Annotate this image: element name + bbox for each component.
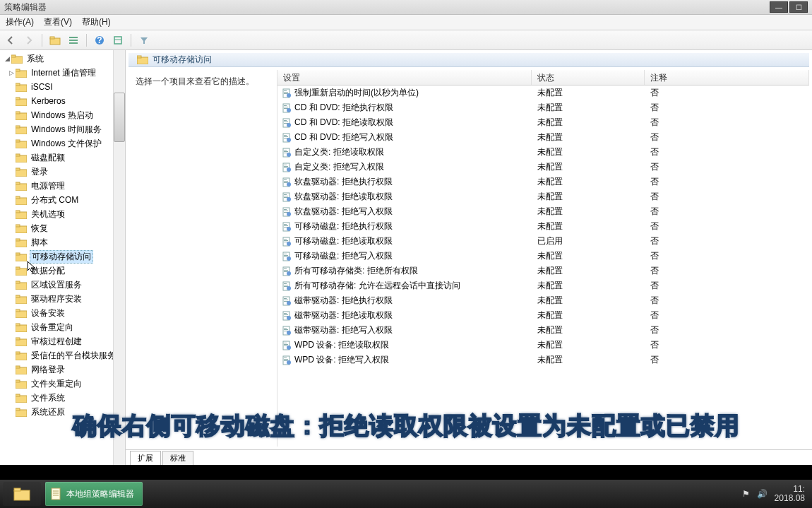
tray-flag-icon[interactable]: ⚑ xyxy=(742,489,750,499)
taskbar-app-gpedit[interactable]: 本地组策略编辑器 xyxy=(45,482,143,506)
tray-volume-icon[interactable]: 🔊 xyxy=(757,489,768,499)
svg-rect-60 xyxy=(16,408,20,410)
folder-icon xyxy=(16,266,27,276)
tree-item[interactable]: 驱动程序安装 xyxy=(0,292,125,306)
system-tray[interactable]: ⚑ 🔊 11: 2018.08 xyxy=(742,485,809,503)
tree-item[interactable]: 电源管理 xyxy=(0,179,125,193)
tree-item[interactable]: 脚本 xyxy=(0,235,125,249)
policy-row[interactable]: 强制重新启动的时间(以秒为单位)未配置否 xyxy=(277,85,809,100)
folder-icon xyxy=(16,111,27,120)
folder-icon xyxy=(16,351,27,360)
tabstrip: 扩展 标准 xyxy=(126,449,812,465)
menu-help[interactable]: 帮助(H) xyxy=(82,16,111,28)
tree-item[interactable]: 设备安装 xyxy=(0,306,125,320)
tree-item[interactable]: Windows 热启动 xyxy=(0,108,125,122)
back-button[interactable] xyxy=(3,33,18,48)
forward-button[interactable] xyxy=(21,33,37,48)
menu-view[interactable]: 查看(V) xyxy=(44,16,72,28)
properties-button[interactable] xyxy=(110,33,126,48)
taskbar[interactable]: 本地组策略编辑器 ⚑ 🔊 11: 2018.08 xyxy=(0,480,812,508)
tree-item[interactable]: 系统还原 xyxy=(0,405,125,419)
col-comment[interactable]: 注释 xyxy=(645,70,809,85)
policy-row[interactable]: 所有可移动存储: 允许在远程会话中直接访问未配置否 xyxy=(277,278,809,293)
list-button[interactable] xyxy=(66,33,81,48)
tab-extended[interactable]: 扩展 xyxy=(130,451,161,465)
tree-item[interactable]: 受信任的平台模块服务 xyxy=(0,348,125,362)
menu-action[interactable]: 操作(A) xyxy=(6,16,34,28)
tree-item[interactable]: 区域设置服务 xyxy=(0,278,125,292)
column-headers[interactable]: 设置 状态 注释 xyxy=(277,70,809,85)
policy-row[interactable]: 自定义类: 拒绝读取权限未配置否 xyxy=(277,145,809,160)
policy-state: 未配置 xyxy=(532,87,645,99)
tree-root[interactable]: ◢系统 xyxy=(0,52,125,66)
policy-setting: 磁带驱动器: 拒绝执行权限 xyxy=(294,295,393,307)
tree-item[interactable]: 关机选项 xyxy=(0,207,125,221)
policy-row[interactable]: 可移动磁盘: 拒绝执行权限未配置否 xyxy=(277,219,809,234)
tree-item[interactable]: 磁盘配额 xyxy=(0,150,125,165)
titlebar[interactable]: 策略编辑器 — ☐ xyxy=(0,0,812,15)
tree-item[interactable]: 网络登录 xyxy=(0,362,125,377)
policy-row[interactable]: 可移动磁盘: 拒绝写入权限未配置否 xyxy=(277,249,809,264)
tree-item[interactable]: Windows 时间服务 xyxy=(0,122,125,136)
policy-row[interactable]: 磁带驱动器: 拒绝写入权限未配置否 xyxy=(277,323,809,338)
policy-row[interactable]: 软盘驱动器: 拒绝读取权限未配置否 xyxy=(277,189,809,204)
tree-item[interactable]: Windows 文件保护 xyxy=(0,136,125,150)
svg-rect-24 xyxy=(16,154,20,156)
policy-row[interactable]: CD 和 DVD: 拒绝写入权限未配置否 xyxy=(277,130,809,145)
policy-state: 未配置 xyxy=(532,220,645,232)
policy-row[interactable]: 磁带驱动器: 拒绝执行权限未配置否 xyxy=(277,293,809,308)
col-setting[interactable]: 设置 xyxy=(277,70,532,85)
description-pane: 选择一个项目来查看它的描述。 xyxy=(129,70,277,447)
svg-rect-64 xyxy=(284,90,287,91)
policy-row[interactable]: WPD 设备: 拒绝读取权限未配置否 xyxy=(277,338,809,353)
toolbar: ? xyxy=(0,30,812,50)
tree-item[interactable]: iSCSI xyxy=(0,80,125,94)
tree-item[interactable]: 设备重定向 xyxy=(0,320,125,334)
tree-item-label: 数据分配 xyxy=(30,265,66,277)
col-state[interactable]: 状态 xyxy=(532,70,645,85)
policy-setting: 自定义类: 拒绝写入权限 xyxy=(294,161,384,173)
tray-clock[interactable]: 11: 2018.08 xyxy=(775,485,805,503)
policy-icon xyxy=(282,311,292,321)
tree-item[interactable]: ▷Internet 通信管理 xyxy=(0,66,125,80)
policy-row[interactable]: 软盘驱动器: 拒绝写入权限未配置否 xyxy=(277,204,809,219)
folder-up-button[interactable] xyxy=(47,33,63,48)
policy-row[interactable]: 软盘驱动器: 拒绝执行权限未配置否 xyxy=(277,175,809,189)
filter-button[interactable] xyxy=(136,33,152,48)
svg-rect-95 xyxy=(284,181,288,182)
content-title: 可移动存储访问 xyxy=(153,54,212,66)
tree-item[interactable]: Kerberos xyxy=(0,94,125,108)
svg-rect-125 xyxy=(284,270,288,271)
tree-item[interactable]: 恢复 xyxy=(0,221,125,235)
svg-point-132 xyxy=(287,286,291,290)
policy-comment: 否 xyxy=(645,265,809,277)
tab-standard[interactable]: 标准 xyxy=(162,451,193,465)
tree-scroll-thumb[interactable] xyxy=(114,93,125,142)
tree-item[interactable]: 数据分配 xyxy=(0,264,125,278)
policy-row[interactable]: 所有可移动存储类: 拒绝所有权限未配置否 xyxy=(277,264,809,278)
tree-item[interactable]: 分布式 COM xyxy=(0,193,125,207)
tree-item[interactable]: 登录 xyxy=(0,165,125,179)
tree-item[interactable]: 审核过程创建 xyxy=(0,334,125,348)
folder-icon xyxy=(16,252,27,261)
policy-setting: 可移动磁盘: 拒绝执行权限 xyxy=(294,220,393,232)
policy-row[interactable]: 磁带驱动器: 拒绝读取权限未配置否 xyxy=(277,308,809,323)
policy-row[interactable]: 自定义类: 拒绝写入权限未配置否 xyxy=(277,160,809,175)
svg-rect-158 xyxy=(14,490,30,500)
maximize-button[interactable]: ☐ xyxy=(789,1,808,13)
policy-row[interactable]: 可移动磁盘: 拒绝读取权限已启用否 xyxy=(277,234,809,249)
tree-item[interactable]: 可移动存储访问 xyxy=(0,249,125,264)
policy-row[interactable]: CD 和 DVD: 拒绝读取权限未配置否 xyxy=(277,115,809,130)
svg-rect-22 xyxy=(16,140,20,142)
minimize-button[interactable]: — xyxy=(770,1,788,13)
svg-rect-109 xyxy=(284,224,287,225)
policy-setting: 所有可移动存储类: 拒绝所有权限 xyxy=(294,265,418,277)
tree-item[interactable]: 文件夹重定向 xyxy=(0,377,125,391)
start-button[interactable] xyxy=(3,482,41,506)
tree-pane[interactable]: ◢系统▷Internet 通信管理 iSCSI Kerberos Windows… xyxy=(0,50,126,465)
policy-row[interactable]: WPD 设备: 拒绝写入权限未配置否 xyxy=(277,353,809,367)
svg-rect-62 xyxy=(137,56,141,58)
policy-row[interactable]: CD 和 DVD: 拒绝执行权限未配置否 xyxy=(277,100,809,115)
tree-item[interactable]: 文件系统 xyxy=(0,391,125,405)
help-button[interactable]: ? xyxy=(92,33,107,48)
